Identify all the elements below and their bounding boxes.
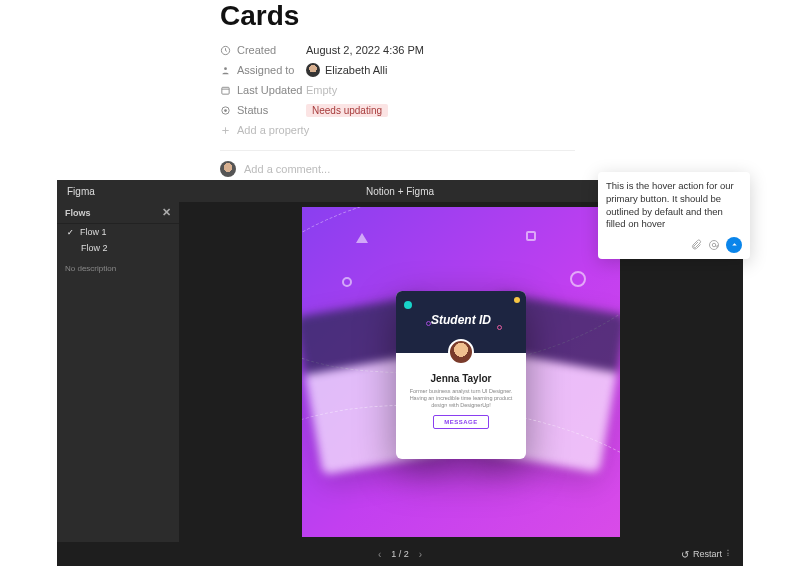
mention-icon[interactable]: [708, 239, 720, 251]
options-icon[interactable]: ⠇: [726, 549, 733, 559]
close-icon[interactable]: ✕: [162, 206, 171, 219]
prop-updated[interactable]: Last Updated Empty: [220, 80, 800, 100]
svg-point-6: [712, 244, 716, 248]
svg-point-1: [224, 67, 227, 70]
add-property-label: Add a property: [237, 124, 309, 136]
student-id-card: Student ID Jenna Taylor Former business …: [396, 291, 526, 459]
prop-value: Elizabeth Alli: [325, 64, 387, 76]
status-icon: [220, 105, 231, 116]
prev-icon[interactable]: ‹: [378, 549, 381, 560]
flow-item-2[interactable]: Flow 2: [57, 240, 179, 256]
restart-icon: ↺: [681, 549, 689, 560]
svg-point-5: [710, 241, 719, 250]
plus-icon: [220, 125, 231, 136]
page-indicator: 1 / 2: [391, 549, 409, 559]
page-title: Cards: [220, 0, 800, 32]
flow-item-1[interactable]: Flow 1: [57, 224, 179, 240]
send-button[interactable]: [726, 237, 742, 253]
prop-label: Status: [237, 104, 268, 116]
card-name: Jenna Taylor: [396, 373, 526, 384]
calendar-icon: [220, 85, 231, 96]
flow-label: Flow 1: [80, 227, 107, 237]
decor-circle-icon: [570, 271, 586, 287]
figma-sidebar: Flows ✕ Flow 1 Flow 2 No description: [57, 202, 179, 542]
assignee-avatar: [306, 63, 320, 77]
comment-text[interactable]: This is the hover action for our primary…: [606, 180, 742, 231]
card-description: Former business analyst turn UI Designer…: [396, 384, 526, 413]
clock-icon: [220, 45, 231, 56]
comment-popover[interactable]: This is the hover action for our primary…: [598, 172, 750, 259]
person-icon: [220, 65, 231, 76]
no-description: No description: [57, 256, 179, 281]
flow-label: Flow 2: [81, 243, 108, 253]
pager: ‹ 1 / 2 ›: [378, 549, 422, 560]
prop-created[interactable]: Created August 2, 2022 4:36 PM: [220, 40, 800, 60]
prop-value: Empty: [306, 84, 337, 96]
flows-header: Flows ✕: [57, 202, 179, 224]
prop-assigned[interactable]: Assigned to Elizabeth Alli: [220, 60, 800, 80]
prop-label: Last Updated: [237, 84, 302, 96]
prop-value: August 2, 2022 4:36 PM: [306, 44, 424, 56]
comment-avatar: [220, 161, 236, 177]
card-avatar: [448, 339, 474, 365]
decor-circle-icon: [342, 277, 352, 287]
decor-square-icon: [526, 231, 536, 241]
prop-label: Created: [237, 44, 276, 56]
figma-file-title: Notion + Figma: [121, 186, 679, 197]
flows-header-label: Flows: [65, 208, 91, 218]
restart-label: Restart: [693, 549, 722, 559]
figma-logo: Figma: [57, 186, 121, 197]
decor-triangle-icon: [356, 233, 368, 243]
prototype-stage: Student ID Jenna Taylor Former business …: [302, 207, 620, 537]
arrow-up-icon: [730, 241, 739, 250]
next-icon[interactable]: ›: [419, 549, 422, 560]
comment-input[interactable]: Add a comment...: [244, 163, 575, 175]
prop-status[interactable]: Status Needs updating: [220, 100, 800, 120]
status-badge: Needs updating: [306, 104, 388, 117]
svg-rect-2: [222, 87, 229, 94]
restart-button[interactable]: ↺ Restart ⠇: [681, 549, 733, 560]
figma-bottombar: ‹ 1 / 2 › ↺ Restart ⠇: [57, 542, 743, 566]
property-list: Created August 2, 2022 4:36 PM Assigned …: [220, 40, 800, 187]
prop-label: Assigned to: [237, 64, 294, 76]
add-property[interactable]: Add a property: [220, 120, 800, 140]
svg-point-4: [224, 109, 227, 112]
attachment-icon[interactable]: [690, 239, 702, 251]
message-button[interactable]: MESSAGE: [433, 415, 489, 429]
